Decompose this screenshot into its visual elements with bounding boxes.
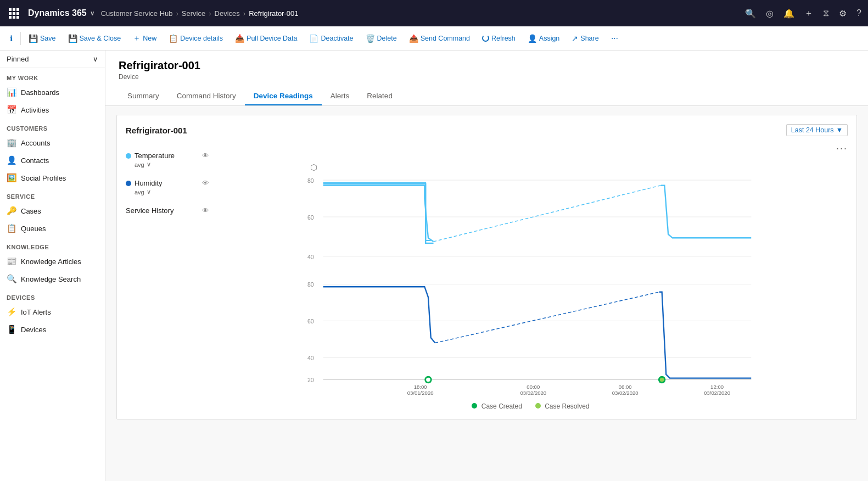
chart-svg-area: ··· ⬡ 80 60 40: [214, 143, 848, 410]
pull-device-data-button[interactable]: 📥 Pull Device Data: [229, 32, 303, 45]
target-icon[interactable]: ◎: [766, 8, 774, 19]
save-label: Save: [40, 35, 56, 42]
humidity-eye-icon[interactable]: 👁: [202, 179, 209, 187]
chart-body: Temperature 👁 avg ∨: [126, 143, 848, 410]
legend-service-history-row: Service History 👁: [126, 206, 209, 215]
more-button[interactable]: ⋯: [606, 32, 624, 44]
search-icon[interactable]: 🔍: [745, 8, 756, 19]
filter-icon[interactable]: ⧖: [823, 8, 829, 18]
svg-text:80: 80: [307, 281, 314, 288]
save-close-button[interactable]: 💾 Save & Close: [63, 32, 127, 45]
delete-button[interactable]: 🗑️ Delete: [360, 32, 402, 45]
chart-footer: Case Created Case Resolved: [214, 402, 848, 410]
sidebar-item-queues[interactable]: 📋 Queues: [0, 220, 105, 237]
sidebar-social-label: Social Profiles: [21, 174, 66, 182]
tab-summary[interactable]: Summary: [119, 87, 168, 105]
new-button[interactable]: ＋ New: [127, 31, 162, 46]
deactivate-icon: 📄: [309, 34, 318, 43]
bell-icon[interactable]: 🔔: [783, 8, 794, 19]
sidebar-item-knowledge-search[interactable]: 🔍 Knowledge Search: [0, 270, 105, 288]
section-knowledge: Knowledge: [0, 237, 105, 253]
breadcrumb: Customer Service Hub › Service › Devices…: [101, 9, 299, 18]
send-command-button[interactable]: 📤 Send Command: [404, 32, 475, 45]
humidity-avg-chevron-icon[interactable]: ∨: [147, 188, 151, 195]
sep-icon3: ›: [243, 9, 245, 18]
svg-text:03/02/2020: 03/02/2020: [520, 390, 546, 396]
temperature-avg-chevron-icon[interactable]: ∨: [147, 161, 151, 168]
main-layout: Pinned ∨ My Work 📊 Dashboards 📅 Activiti…: [0, 51, 868, 481]
pinned-section[interactable]: Pinned ∨: [0, 51, 105, 68]
content-area: Refrigirator-001 Device Summary Command …: [105, 51, 868, 481]
settings-icon[interactable]: ⚙: [839, 8, 847, 19]
temperature-eye-icon[interactable]: 👁: [202, 152, 209, 160]
refresh-button[interactable]: Refresh: [477, 32, 521, 44]
share-button[interactable]: ↗ Share: [566, 32, 604, 45]
brand-chevron-icon[interactable]: ∨: [90, 10, 94, 17]
sidebar-item-iot-alerts[interactable]: ⚡ IoT Alerts: [0, 303, 105, 321]
tab-device-readings[interactable]: Device Readings: [245, 87, 322, 105]
save-icon: 💾: [29, 34, 38, 43]
sidebar-devices-label: Devices: [21, 326, 46, 334]
page-title: Refrigirator-001: [119, 59, 855, 72]
info-button[interactable]: ℹ: [4, 32, 18, 45]
svg-text:03/02/2020: 03/02/2020: [704, 390, 730, 396]
pull-data-icon: 📥: [235, 34, 244, 43]
breadcrumb-service[interactable]: Service: [182, 9, 205, 18]
humidity-sub: avg ∨: [126, 188, 209, 195]
time-filter-dropdown[interactable]: Last 24 Hours ▼: [786, 124, 848, 136]
sidebar-dashboards-label: Dashboards: [21, 88, 59, 97]
share-icon: ↗: [572, 34, 578, 43]
new-icon: ＋: [133, 33, 141, 43]
deactivate-button[interactable]: 📄 Deactivate: [304, 32, 359, 45]
send-command-icon: 📤: [409, 34, 418, 43]
device-details-label: Device details: [180, 35, 223, 42]
svg-text:60: 60: [307, 318, 314, 325]
hub-label[interactable]: Customer Service Hub: [101, 9, 173, 18]
breadcrumb-devices[interactable]: Devices: [215, 9, 240, 18]
sidebar-item-accounts[interactable]: 🏢 Accounts: [0, 134, 105, 152]
legend-humidity: Humidity 👁 avg ∨: [126, 179, 209, 195]
sidebar-item-activities[interactable]: 📅 Activities: [0, 101, 105, 119]
device-details-button[interactable]: 📋 Device details: [163, 32, 228, 45]
sidebar-contacts-label: Contacts: [21, 156, 49, 165]
save-button[interactable]: 💾 Save: [23, 32, 61, 45]
devices-icon: 📱: [7, 325, 16, 334]
chart-more-options[interactable]: ···: [214, 143, 848, 154]
more-icon: ⋯: [611, 34, 618, 42]
delete-label: Delete: [377, 35, 397, 42]
tab-alerts[interactable]: Alerts: [322, 87, 359, 105]
sidebar-item-dashboards[interactable]: 📊 Dashboards: [0, 83, 105, 101]
sidebar-item-contacts[interactable]: 👤 Contacts: [0, 152, 105, 169]
humidity-avg-label: avg: [135, 189, 144, 195]
pull-data-label: Pull Device Data: [247, 35, 297, 42]
temperature-sub: avg ∨: [126, 161, 209, 168]
help-icon[interactable]: ?: [856, 8, 861, 18]
legend-humidity-label: Humidity: [126, 179, 163, 187]
refresh-icon: [482, 35, 489, 42]
activities-icon: 📅: [7, 105, 16, 115]
sidebar-knowledge-search-label: Knowledge Search: [21, 275, 81, 283]
chart-section: Refrigirator-001 Last 24 Hours ▼: [105, 106, 868, 428]
assign-button[interactable]: 👤 Assign: [522, 32, 565, 45]
service-history-eye-icon[interactable]: 👁: [202, 206, 209, 215]
sidebar-queues-label: Queues: [21, 225, 46, 233]
sidebar-item-cases[interactable]: 🔑 Cases: [0, 202, 105, 220]
chart-title: Refrigirator-001: [126, 126, 187, 135]
temperature-avg-label: avg: [135, 161, 144, 168]
humidity-dot: [126, 181, 131, 186]
svg-text:60: 60: [307, 214, 314, 221]
sep-icon2: ›: [209, 9, 211, 18]
service-history-label: Service History: [126, 206, 173, 215]
waffle-menu[interactable]: [7, 6, 21, 21]
sidebar-item-knowledge-articles[interactable]: 📰 Knowledge Articles: [0, 253, 105, 270]
plus-icon[interactable]: ＋: [804, 8, 813, 19]
sidebar-iot-alerts-label: IoT Alerts: [21, 308, 51, 316]
time-filter-label: Last 24 Hours: [791, 126, 834, 134]
toolbar-sep1: [20, 32, 21, 45]
tab-related[interactable]: Related: [358, 87, 401, 105]
sidebar-item-social-profiles[interactable]: 🖼️ Social Profiles: [0, 169, 105, 187]
send-command-label: Send Command: [421, 35, 470, 42]
sidebar-item-devices[interactable]: 📱 Devices: [0, 321, 105, 338]
tab-command-history[interactable]: Command History: [168, 87, 245, 105]
top-nav: Dynamics 365 ∨ Customer Service Hub › Se…: [0, 0, 868, 26]
